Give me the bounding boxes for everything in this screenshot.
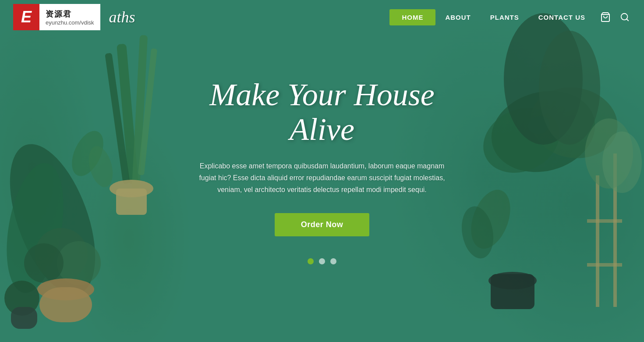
- hero-title: Make Your House Alive: [182, 78, 462, 147]
- svg-point-10: [24, 243, 64, 283]
- carousel-dot-2[interactable]: [319, 258, 325, 264]
- order-now-button[interactable]: Order Now: [275, 213, 370, 236]
- hero-section: E 资源君 eyunzhu.com/vdisk aths HOME ABOUT …: [0, 0, 644, 342]
- site-name: aths: [109, 8, 135, 26]
- svg-rect-31: [491, 274, 534, 309]
- navbar: E 资源君 eyunzhu.com/vdisk aths HOME ABOUT …: [0, 0, 644, 34]
- hero-content: Make Your House Alive Explicabo esse ame…: [173, 69, 471, 274]
- svg-rect-25: [587, 263, 622, 267]
- nav-icons: [599, 11, 631, 23]
- svg-line-36: [626, 19, 628, 21]
- plants-left: [0, 0, 188, 342]
- logo-chinese: 资源君: [46, 9, 94, 19]
- carousel-dot-1[interactable]: [308, 258, 314, 264]
- carousel-dot-3[interactable]: [330, 258, 336, 264]
- logo-letter: E: [21, 8, 32, 26]
- svg-point-29: [602, 132, 642, 193]
- nav-links: HOME ABOUT PLANTS CONTACT US: [389, 9, 631, 25]
- logo-letter-box: E: [13, 4, 39, 30]
- logo-area: E 资源君 eyunzhu.com/vdisk aths: [13, 4, 135, 30]
- svg-rect-24: [587, 219, 622, 223]
- carousel-dots: [182, 258, 462, 264]
- nav-about[interactable]: ABOUT: [435, 9, 480, 25]
- plants-right: [456, 0, 644, 342]
- nav-home[interactable]: HOME: [389, 9, 435, 25]
- logo-text-box: 资源君 eyunzhu.com/vdisk: [39, 4, 100, 30]
- logo-url: eyunzhu.com/vdisk: [46, 19, 94, 26]
- svg-rect-14: [11, 307, 37, 329]
- svg-rect-7: [116, 189, 147, 215]
- nav-plants[interactable]: PLANTS: [481, 9, 529, 25]
- hero-subtitle: Explicabo esse amet tempora quibusdam la…: [195, 160, 449, 196]
- svg-rect-22: [596, 175, 599, 307]
- svg-point-27: [539, 31, 600, 145]
- cart-icon[interactable]: [599, 11, 612, 23]
- search-icon[interactable]: [619, 11, 631, 23]
- nav-contact[interactable]: CONTACT US: [529, 9, 595, 25]
- svg-rect-12: [39, 287, 92, 322]
